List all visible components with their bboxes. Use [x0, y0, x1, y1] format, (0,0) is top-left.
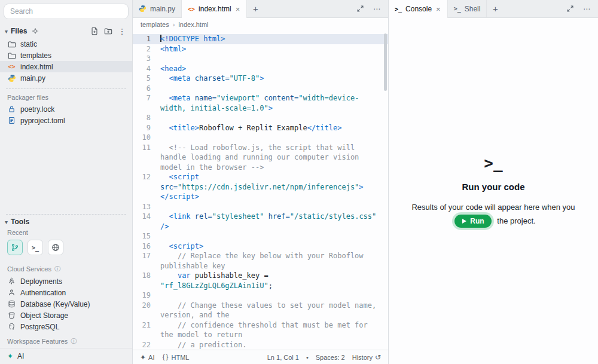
run-button[interactable]: Run [454, 215, 491, 228]
new-tab-button[interactable]: + [247, 0, 264, 17]
file-row-static[interactable]: static [0, 38, 132, 50]
packager-files-label: Packager files [0, 89, 132, 103]
code-editor[interactable]: 1<!DOCTYPE html>2<html>3 4<head>5 <meta … [133, 31, 388, 350]
line-number: 15 [133, 231, 151, 241]
python-file-icon [139, 5, 147, 13]
code-line-text: <html> [160, 44, 388, 54]
file-tree: static templates <> index.html main.py [0, 38, 132, 84]
bucket-icon [7, 311, 16, 319]
git-tool-button[interactable] [7, 240, 23, 255]
sidebar-item-authentication[interactable]: Authentication [0, 287, 132, 298]
code-lines: 1<!DOCTYPE html>2<html>3 4<head>5 <meta … [133, 34, 388, 350]
html-file-icon: <> [188, 6, 195, 13]
pane-menu-icon[interactable]: ⋯ [370, 2, 383, 16]
search-box [4, 4, 129, 19]
tab-label: main.py [150, 5, 175, 13]
code-line[interactable]: 5 <meta charset="UTF-8"> [133, 74, 388, 84]
code-line[interactable]: 11 <!-- Load roboflow.js, the script tha… [133, 143, 388, 173]
tab-main-py[interactable]: main.py [133, 0, 182, 17]
code-line[interactable]: 10 [133, 133, 388, 143]
networking-tool-button[interactable] [48, 240, 63, 255]
close-icon[interactable]: × [435, 5, 441, 14]
code-line[interactable]: 12 <script src="https://cdn.jsdelivr.net… [133, 172, 388, 202]
code-line-text: <link rel="stylesheet" href="/static/sty… [160, 212, 388, 231]
shell-tool-button[interactable]: >_ [28, 240, 43, 255]
database-icon [7, 300, 16, 308]
breadcrumb-file[interactable]: index.html [178, 21, 208, 28]
new-tab-button[interactable]: + [487, 0, 504, 17]
sidebar-item-label: PostgreSQL [20, 323, 59, 331]
sidebar-item-postgresql[interactable]: PostgreSQL [0, 321, 132, 332]
search-input[interactable] [4, 4, 129, 19]
code-line[interactable]: 2<html> [133, 44, 388, 54]
tab-shell[interactable]: >_ Shell [448, 0, 487, 17]
file-label: static [20, 40, 37, 48]
code-line[interactable]: 21 // confidence threshold that must be … [133, 320, 388, 340]
code-line[interactable]: 3 [133, 54, 388, 64]
code-line[interactable]: 9 <title>Roboflow + Replit Example</titl… [133, 123, 388, 133]
cursor-position[interactable]: Ln 1, Col 1 [267, 354, 299, 361]
code-line[interactable]: 17 // Replace the key below with your Ro… [133, 251, 388, 271]
code-line-text: <!-- Load roboflow.js, the script that w… [160, 143, 388, 173]
line-number: 5 [133, 74, 151, 84]
breadcrumb: templates › index.html [133, 18, 388, 31]
app-window: ▾ Files ⋮ static [0, 0, 598, 364]
code-line[interactable]: 14 <link rel="stylesheet" href="/static/… [133, 212, 388, 231]
file-row-poetry-lock[interactable]: poetry.lock [0, 103, 132, 115]
expand-pane-icon[interactable] [353, 2, 367, 16]
file-row-templates[interactable]: templates [0, 50, 132, 61]
line-number: 16 [133, 241, 151, 252]
info-icon[interactable]: ⓘ [54, 265, 60, 273]
code-line[interactable]: 22 // a prediction. [133, 340, 388, 350]
pane-menu-icon[interactable]: ⋯ [580, 2, 593, 16]
code-line-text: <script src="https://cdn.jsdelivr.net/np… [160, 172, 388, 202]
code-line[interactable]: 1<!DOCTYPE html> [133, 34, 388, 44]
chevron-down-icon[interactable]: ▾ [5, 219, 8, 225]
code-line-text [160, 290, 388, 301]
lock-file-icon [7, 105, 16, 113]
editor-scrollbar[interactable] [384, 33, 387, 91]
code-line[interactable]: 8 [133, 113, 388, 123]
statusbar-ai[interactable]: ✦ AI [140, 353, 154, 362]
files-menu-icon[interactable]: ⋮ [117, 26, 127, 36]
history-button[interactable]: History ↺ [352, 353, 381, 362]
person-icon [7, 289, 16, 296]
expand-pane-icon[interactable] [563, 2, 576, 16]
chevron-down-icon[interactable]: ▾ [5, 28, 8, 35]
code-line[interactable]: 13 [133, 202, 388, 212]
code-line-text [160, 84, 388, 94]
code-line[interactable]: 15 [133, 231, 388, 241]
breadcrumb-folder[interactable]: templates [141, 21, 169, 28]
file-row-pyproject-toml[interactable]: pyproject.toml [0, 115, 132, 126]
code-line[interactable]: 4<head> [133, 64, 388, 74]
sidebar-item-database-key-value[interactable]: Database (Key/Value) [0, 298, 132, 310]
file-row-index-html[interactable]: <> index.html [0, 61, 132, 72]
new-file-icon[interactable] [89, 26, 100, 36]
sidebar-item-deployments[interactable]: Deployments [0, 276, 132, 287]
close-icon[interactable]: × [235, 5, 241, 14]
code-line[interactable]: 7 <meta name="viewport" content="width=d… [133, 93, 388, 113]
spaces-setting[interactable]: Spaces: 2 [316, 354, 345, 361]
tab-console[interactable]: >_ Console × [389, 0, 448, 18]
code-line[interactable]: 6 [133, 84, 388, 94]
code-line[interactable]: 20 // Change these values to set your mo… [133, 301, 388, 320]
code-line[interactable]: 18 var publishable_key = "rf_l8GLzZgLQL6… [133, 271, 388, 290]
file-row-main-py[interactable]: main.py [0, 72, 132, 84]
locate-file-icon[interactable] [30, 26, 41, 36]
new-folder-icon[interactable] [103, 26, 114, 36]
line-number: 11 [133, 143, 151, 173]
statusbar-language[interactable]: {} HTML [161, 354, 189, 361]
tab-index-html[interactable]: <> index.html × [182, 0, 247, 18]
file-label: poetry.lock [20, 105, 54, 114]
sidebar-item-object-storage[interactable]: Object Storage [0, 310, 132, 321]
braces-icon: {} [161, 354, 169, 360]
sidebar-item-label: Object Storage [20, 311, 68, 320]
ai-sparkle-icon: ✦ [7, 352, 13, 360]
code-line[interactable]: 19 [133, 290, 388, 301]
sidebar-ai-item[interactable]: ✦ AI [0, 348, 132, 364]
info-icon[interactable]: ⓘ [71, 337, 77, 345]
code-line-text [160, 54, 388, 64]
toml-file-icon [7, 117, 16, 124]
line-number: 3 [133, 54, 151, 64]
code-line[interactable]: 16 <script> [133, 241, 388, 252]
